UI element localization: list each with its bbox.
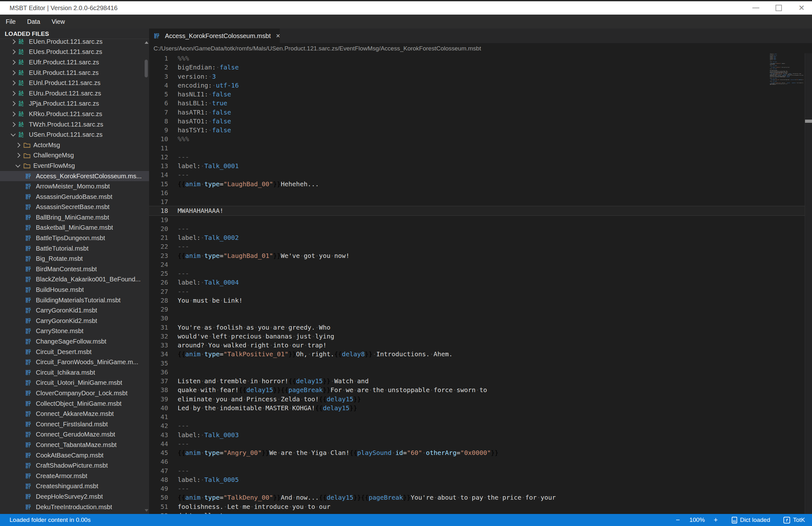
menu-data[interactable]: Data [27,18,40,25]
chevron-right-icon[interactable] [11,101,16,106]
code-line[interactable]: 46 [149,457,805,466]
tree-item[interactable]: SARCUSen.Product.121.sarc.zs [0,129,149,140]
code-line[interactable]: 43label:·Talk_0003 [149,430,805,439]
code-line[interactable]: 12--- [149,153,805,161]
tree-item[interactable]: SARCJPja.Product.121.sarc.zs [0,99,149,109]
zoom-in-button[interactable]: + [714,516,718,524]
code-line[interactable]: 1%%% [149,54,805,63]
code-line[interactable]: 45{{anim·type="Angry_00"}}We·are·the·Yig… [149,448,805,457]
code-line[interactable]: 48label:·Talk_0005 [149,475,805,484]
menu-file[interactable]: File [6,18,16,25]
tree-item[interactable]: MSBTConnect_AkkareMaze.msbt [0,409,149,419]
sidebar-scrollbar[interactable] [144,40,149,514]
code-line[interactable]: 34{{anim·type="TalkPositive_01"}}Oh,·rig… [149,350,805,358]
chevron-right-icon[interactable] [11,112,16,117]
tree-item[interactable]: MSBTCreateshinguard.msbt [0,481,149,492]
tree-item[interactable]: MSBTCircuit_Uotori_MiniGame.msbt [0,378,149,388]
code-line[interactable]: 15{{anim·type="LaughBad_00"}}Heheheh... [149,180,805,188]
tree-item[interactable]: MSBTCircuit_FaronWoods_MiniGame.m... [0,357,149,367]
editor-scrollbar-thumb[interactable] [805,119,812,123]
tree-item[interactable]: MSBTAssassinGerudoBase.msbt [0,191,149,202]
code-line[interactable]: 28You·must·be·Link! [149,296,805,305]
code-line[interactable]: 25--- [149,269,805,278]
sidebar-scrollbar-thumb[interactable] [145,60,148,77]
tree-item[interactable]: MSBTCreateArmor.msbt [0,471,149,481]
code-line[interactable]: 10%%% [149,134,805,143]
chevron-down-icon[interactable] [16,163,20,168]
tab-access-korokforestcolosseum[interactable]: MSBT Access_KorokForestColosseum.msbt ✕ [149,29,280,43]
chevron-right-icon[interactable] [11,91,16,96]
chevron-right-icon[interactable] [16,142,20,147]
code-line[interactable]: 32would've·left·precious·bananas·just·ly… [149,332,805,341]
close-button[interactable]: ✕ [797,4,806,12]
chevron-right-icon[interactable] [11,122,16,127]
code-line[interactable]: 6hasLBL1:·true [149,99,805,108]
tab-close-icon[interactable]: ✕ [276,33,280,39]
tree-item[interactable]: SARCTWzh.Product.121.sarc.zs [0,119,149,130]
tree-item[interactable]: ChallengeMsg [0,151,149,161]
tree-item[interactable]: SARCKRko.Product.121.sarc.zs [0,109,149,119]
tree-item[interactable]: MSBTCarryGoronKid2.msbt [0,316,149,326]
tree-item[interactable]: MSBTArrowMeister_Momo.msbt [0,181,149,191]
code-line[interactable]: 37Listen·and·tremble·in·horror!{{delay15… [149,376,805,385]
minimize-button[interactable] [752,4,760,12]
tree-item[interactable]: MSBTConnect_TabantaMaze.msbt [0,440,149,450]
code-line[interactable]: 2bigEndian:·false [149,63,805,72]
tree-item[interactable]: MSBTCloverCompanyDoor_Lock.msbt [0,388,149,398]
tree-item[interactable]: MSBTCarryGoronKid1.msbt [0,305,149,316]
tree-item[interactable]: MSBTBuildHouse.msbt [0,285,149,295]
tree-item[interactable]: MSBTBig_Rotate.msbt [0,254,149,264]
scroll-down-icon[interactable] [145,509,148,512]
code-line[interactable]: 27--- [149,287,805,296]
code-line[interactable]: 47--- [149,466,805,475]
zoom-out-button[interactable]: − [676,516,680,524]
code-line[interactable]: 9hasTSY1:·false [149,126,805,134]
code-line[interactable]: 36 [149,368,805,376]
code-line[interactable]: 3version:·3 [149,72,805,81]
code-line[interactable]: 14--- [149,170,805,179]
tree-item[interactable]: MSBTBallBring_MiniGame.msbt [0,212,149,223]
tree-item[interactable]: MSBTAccess_KorokForestColosseum.ms... [0,171,149,182]
scroll-up-icon[interactable] [145,41,148,44]
minimap[interactable]: %%%bigEndian: falseversion: 3encoding: u… [770,53,803,129]
code-line[interactable]: 20--- [149,224,805,233]
tree-item[interactable]: MSBTConnect_GerudoMaze.msbt [0,429,149,440]
code-line[interactable]: 13label:·Talk_0001 [149,161,805,170]
tree-item[interactable]: SARCEUfr.Product.121.sarc.zs [0,57,149,68]
code-line[interactable]: 18MWAHAHAHAAA! [149,206,805,215]
tree-item[interactable]: MSBTBasketball_MiniGame.msbt [0,223,149,233]
tree-item[interactable]: MSBTDeepHoleSurvey2.msbt [0,492,149,502]
tree-item[interactable]: MSBTDekuTreeIntroduction.msbt [0,502,149,512]
tree-item[interactable]: MSBTBirdManContest.msbt [0,264,149,274]
code-line[interactable]: 4encoding:·utf-16 [149,81,805,90]
tree-item[interactable]: MSBTCircuit_Ichikara.msbt [0,367,149,378]
tree-item[interactable]: ActorMsg [0,140,149,151]
tree-item[interactable]: MSBTChangeSageFollow.msbt [0,336,149,347]
tree-item[interactable]: MSBTConnect_FirstIsland.msbt [0,419,149,429]
code-line[interactable]: 11 [149,144,805,153]
tree-item[interactable]: MSBTBuildingMaterialsTutorial.msbt [0,295,149,305]
code-line[interactable]: 8hasATO1:·false [149,117,805,126]
tree-item[interactable]: MSBTBattleTipsDungeon.msbt [0,233,149,243]
tree-item[interactable]: MSBTCookAtBaseCamp.msbt [0,450,149,461]
tree-item[interactable]: MSBTAssassinSecretBase.msbt [0,202,149,213]
tree-item[interactable]: SARCEUes.Product.121.sarc.zs [0,47,149,57]
chevron-right-icon[interactable] [11,49,16,55]
chevron-right-icon[interactable] [16,153,20,158]
chevron-right-icon[interactable] [11,70,16,75]
tree-item[interactable]: MSBTCircuit_Desert.msbt [0,347,149,357]
code-line[interactable]: 21label:·Talk_0002 [149,233,805,242]
code-line[interactable]: 30 [149,314,805,323]
code-line[interactable]: 52debt·collector [149,511,805,514]
code-line[interactable]: 50{{anim·type="TalkDeny_00"}}And·now...{… [149,493,805,502]
code-line[interactable]: 19 [149,215,805,224]
chevron-right-icon[interactable] [11,81,16,86]
code-line[interactable]: 42--- [149,421,805,430]
chevron-right-icon[interactable] [11,60,16,65]
chevron-right-icon[interactable] [11,39,16,44]
code-line[interactable]: 33around?·You·walked·right·into·our·trap… [149,341,805,350]
code-line[interactable]: 44--- [149,439,805,448]
code-line[interactable]: 22--- [149,242,805,251]
code-line[interactable]: 23{{anim·type="LaughBad_01"}}We've·got·y… [149,251,805,260]
code-editor[interactable]: 1%%%2bigEndian:·false3version:·34encodin… [149,54,805,514]
